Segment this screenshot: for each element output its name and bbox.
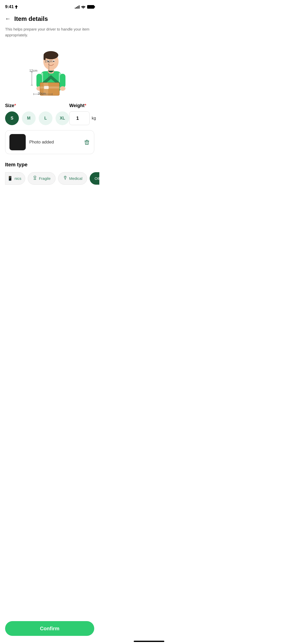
- svg-rect-21: [40, 86, 59, 89]
- photo-label: Photo added: [29, 140, 80, 145]
- size-xl-button[interactable]: XL: [56, 111, 69, 125]
- electronics-icon: 📱: [7, 176, 13, 181]
- status-time: 9:41: [5, 4, 18, 9]
- dim-20cm-label: 20cm: [38, 92, 46, 95]
- dim-12cm-label: 12cm: [29, 69, 37, 72]
- size-m-button[interactable]: M: [22, 111, 36, 125]
- trash-icon: [84, 139, 90, 145]
- svg-point-17: [60, 86, 65, 91]
- time-display: 9:41: [5, 4, 14, 9]
- dim-15cm-label: 15cm: [45, 59, 53, 63]
- photo-thumbnail: [9, 134, 26, 150]
- electronics-label: nics: [15, 176, 21, 181]
- size-s-button[interactable]: S: [5, 111, 19, 125]
- page-title: Item details: [14, 15, 48, 22]
- location-icon: [15, 5, 18, 9]
- size-weight-section: Size* S M L XL Weight* kg: [0, 103, 99, 130]
- page-subtitle: This helps prepare your driver to handle…: [0, 24, 99, 42]
- type-chip-electronics[interactable]: 📱 nics: [5, 172, 25, 185]
- medical-icon: [63, 175, 67, 181]
- weight-input[interactable]: [69, 111, 90, 125]
- weight-label: Weight*: [69, 103, 96, 108]
- courier-illustration-area: 15cm 12cm 20cm: [0, 42, 99, 103]
- size-l-button[interactable]: L: [39, 111, 52, 125]
- svg-point-37: [65, 177, 65, 177]
- item-type-label: Item type: [0, 162, 99, 171]
- weight-unit: kg: [92, 116, 96, 121]
- signal-icon: [75, 5, 79, 9]
- header: ← Item details: [0, 12, 99, 24]
- item-type-section: Item type 📱 nics Fragile Medical: [0, 159, 99, 191]
- weight-input-row: kg: [69, 111, 96, 125]
- size-label: Size*: [5, 103, 69, 108]
- wifi-icon: [81, 5, 86, 9]
- medical-label: Medical: [69, 176, 83, 181]
- size-section: Size* S M L XL: [5, 103, 69, 125]
- back-button[interactable]: ←: [5, 16, 11, 22]
- fragile-label: Fragile: [39, 176, 51, 181]
- others-label: Others: [94, 176, 99, 181]
- type-chip-others[interactable]: Others ···: [90, 172, 99, 185]
- weight-section: Weight* kg: [69, 103, 96, 125]
- svg-rect-15: [60, 74, 65, 88]
- svg-rect-33: [86, 140, 88, 140]
- status-bar: 9:41: [0, 0, 99, 12]
- svg-rect-22: [44, 86, 49, 89]
- fragile-icon: [33, 175, 37, 181]
- photo-card: Photo added: [5, 130, 94, 154]
- medical-svg: [63, 175, 67, 180]
- photo-section: Photo added: [0, 130, 99, 159]
- type-chip-fragile[interactable]: Fragile: [28, 172, 56, 185]
- svg-point-13: [53, 61, 55, 62]
- type-chip-medical[interactable]: Medical: [58, 172, 87, 185]
- delete-photo-button[interactable]: [84, 139, 90, 145]
- fragile-svg: [33, 175, 37, 180]
- size-buttons: S M L XL: [5, 111, 69, 125]
- status-icons: [75, 5, 94, 9]
- svg-point-8: [44, 51, 58, 59]
- battery-icon: [87, 5, 94, 9]
- svg-point-0: [83, 8, 84, 9]
- item-type-scroll: 📱 nics Fragile Medical Others ·: [0, 171, 99, 186]
